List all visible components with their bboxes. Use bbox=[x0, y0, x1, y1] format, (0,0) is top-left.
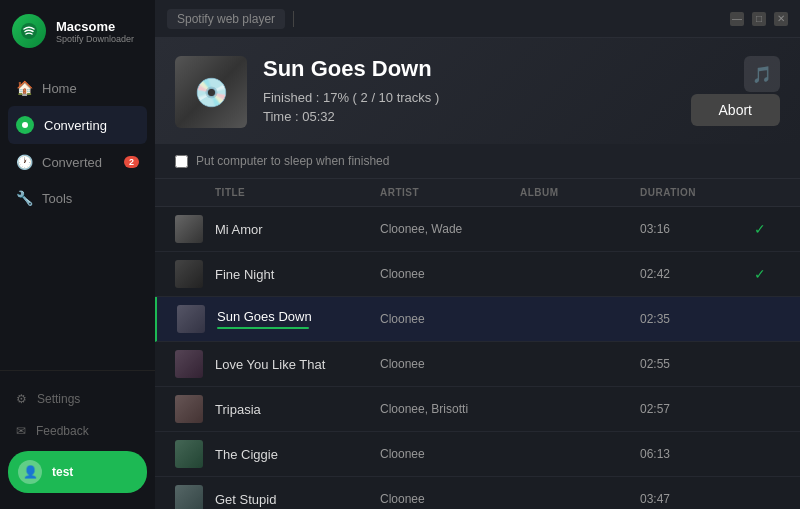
app-logo: Macsome Spotify Downloader bbox=[0, 0, 155, 62]
sidebar-item-converted[interactable]: 🕐 Converted 2 bbox=[0, 144, 155, 180]
row-title: Mi Amor bbox=[215, 222, 380, 237]
col-duration: DURATION bbox=[640, 187, 740, 198]
feedback-icon: ✉ bbox=[16, 424, 26, 438]
row-artist: Cloonee, Wade bbox=[380, 222, 520, 236]
table-row[interactable]: Fine Night Cloonee 02:42 ✓ bbox=[155, 252, 800, 297]
row-art bbox=[177, 305, 205, 333]
app-subtitle: Spotify Downloader bbox=[56, 34, 134, 44]
user-avatar: 👤 bbox=[18, 460, 42, 484]
col-title: TITLE bbox=[215, 187, 380, 198]
track-time: Time : 05:32 bbox=[263, 109, 728, 124]
abort-button[interactable]: Abort bbox=[691, 94, 780, 126]
track-progress-text: Finished : 17% ( 2 / 10 tracks ) bbox=[263, 90, 728, 105]
sidebar-item-home[interactable]: 🏠 Home bbox=[0, 70, 155, 106]
track-table: TITLE ARTIST ALBUM DURATION Mi Amor Cloo… bbox=[155, 179, 800, 509]
row-art bbox=[175, 215, 203, 243]
track-art-emoji: 💿 bbox=[175, 56, 247, 128]
row-art bbox=[175, 260, 203, 288]
sleep-row: Put computer to sleep when finished bbox=[155, 144, 800, 179]
col-status bbox=[740, 187, 780, 198]
table-row[interactable]: Tripasia Cloonee, Brisotti 02:57 bbox=[155, 387, 800, 432]
col-art bbox=[175, 187, 215, 198]
sidebar-item-feedback[interactable]: ✉ Feedback bbox=[0, 415, 155, 447]
row-duration: 02:57 bbox=[640, 402, 740, 416]
sidebar-bottom: ⚙ Settings ✉ Feedback 👤 test bbox=[0, 370, 155, 509]
row-duration: 02:35 bbox=[640, 312, 740, 326]
topbar: Spotify web player — □ ✕ bbox=[155, 0, 800, 38]
settings-icon: ⚙ bbox=[16, 392, 27, 406]
sleep-label: Put computer to sleep when finished bbox=[196, 154, 389, 168]
row-duration: 02:55 bbox=[640, 357, 740, 371]
row-title: Fine Night bbox=[215, 267, 380, 282]
track-title: Sun Goes Down bbox=[263, 56, 728, 82]
row-artist: Cloonee bbox=[380, 447, 520, 461]
window-controls: — □ ✕ bbox=[730, 12, 788, 26]
row-artist: Cloonee, Brisotti bbox=[380, 402, 520, 416]
row-artist: Cloonee bbox=[380, 312, 520, 326]
table-row[interactable]: Mi Amor Cloonee, Wade 03:16 ✓ bbox=[155, 207, 800, 252]
converted-icon: 🕐 bbox=[16, 154, 32, 170]
row-art bbox=[175, 485, 203, 509]
row-artist: Cloonee bbox=[380, 492, 520, 506]
app-name-block: Macsome Spotify Downloader bbox=[56, 19, 134, 44]
table-row[interactable]: The Ciggie Cloonee 06:13 bbox=[155, 432, 800, 477]
user-profile[interactable]: 👤 test bbox=[8, 451, 147, 493]
converting-active-dot bbox=[16, 116, 34, 134]
converted-badge: 2 bbox=[124, 156, 139, 168]
app-title: Macsome bbox=[56, 19, 134, 34]
row-duration: 03:47 bbox=[640, 492, 740, 506]
sidebar-item-settings[interactable]: ⚙ Settings bbox=[0, 383, 155, 415]
row-check: ✓ bbox=[740, 221, 780, 237]
converting-label: Converting bbox=[44, 118, 107, 133]
sleep-checkbox[interactable] bbox=[175, 155, 188, 168]
row-artist: Cloonee bbox=[380, 357, 520, 371]
col-album: ALBUM bbox=[520, 187, 640, 198]
row-check: ✓ bbox=[740, 266, 780, 282]
row-title: Get Stupid bbox=[215, 492, 380, 507]
app-logo-icon bbox=[12, 14, 46, 48]
sidebar: Macsome Spotify Downloader 🏠 Home Conver… bbox=[0, 0, 155, 509]
row-art bbox=[175, 440, 203, 468]
row-duration: 06:13 bbox=[640, 447, 740, 461]
home-label: Home bbox=[42, 81, 77, 96]
row-artist: Cloonee bbox=[380, 267, 520, 281]
row-title: Tripasia bbox=[215, 402, 380, 417]
sidebar-item-tools[interactable]: 🔧 Tools bbox=[0, 180, 155, 216]
tools-icon: 🔧 bbox=[16, 190, 32, 206]
col-artist: ARTIST bbox=[380, 187, 520, 198]
topbar-divider bbox=[293, 11, 294, 27]
maximize-button[interactable]: □ bbox=[752, 12, 766, 26]
track-icon-button[interactable]: 🎵 bbox=[744, 56, 780, 92]
converted-label: Converted bbox=[42, 155, 102, 170]
tools-label: Tools bbox=[42, 191, 72, 206]
user-name: test bbox=[52, 465, 73, 479]
nav-items: 🏠 Home Converting 🕐 Converted 2 🔧 Tools bbox=[0, 62, 155, 370]
row-title: The Ciggie bbox=[215, 447, 380, 462]
sidebar-item-converting[interactable]: Converting bbox=[8, 106, 147, 144]
topbar-player-label: Spotify web player bbox=[167, 9, 285, 29]
close-button[interactable]: ✕ bbox=[774, 12, 788, 26]
row-art bbox=[175, 350, 203, 378]
table-body: Mi Amor Cloonee, Wade 03:16 ✓ Fine Night… bbox=[155, 207, 800, 509]
track-artwork: 💿 bbox=[175, 56, 247, 128]
table-row[interactable]: Get Stupid Cloonee 03:47 bbox=[155, 477, 800, 509]
row-art bbox=[175, 395, 203, 423]
minimize-button[interactable]: — bbox=[730, 12, 744, 26]
track-info: Sun Goes Down Finished : 17% ( 2 / 10 tr… bbox=[263, 56, 728, 124]
row-title: Sun Goes Down bbox=[217, 309, 380, 329]
feedback-label: Feedback bbox=[36, 424, 89, 438]
main-panel: Spotify web player — □ ✕ 💿 Sun Goes Down… bbox=[155, 0, 800, 509]
row-duration: 02:42 bbox=[640, 267, 740, 281]
settings-label: Settings bbox=[37, 392, 80, 406]
row-duration: 03:16 bbox=[640, 222, 740, 236]
track-header: 💿 Sun Goes Down Finished : 17% ( 2 / 10 … bbox=[155, 38, 800, 144]
table-row[interactable]: Sun Goes Down Cloonee 02:35 bbox=[155, 297, 800, 342]
home-icon: 🏠 bbox=[16, 80, 32, 96]
table-row[interactable]: Love You Like That Cloonee 02:55 bbox=[155, 342, 800, 387]
table-header: TITLE ARTIST ALBUM DURATION bbox=[155, 179, 800, 207]
row-title: Love You Like That bbox=[215, 357, 380, 372]
